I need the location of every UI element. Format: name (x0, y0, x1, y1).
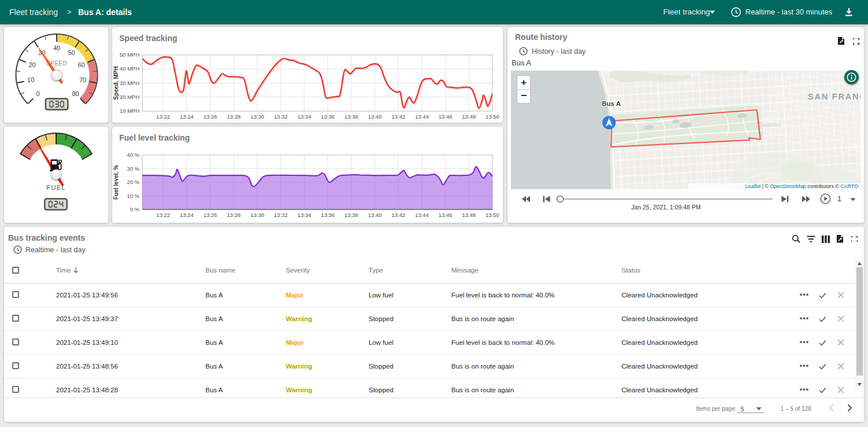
svg-text:13:22: 13:22 (156, 113, 170, 120)
svg-text:40 MPH: 40 MPH (120, 65, 139, 72)
svg-text:60: 60 (78, 61, 84, 68)
svg-text:0: 0 (36, 90, 39, 97)
svg-text:30 MPH: 30 MPH (120, 80, 139, 86)
svg-text:50 MPH: 50 MPH (120, 51, 139, 58)
svg-text:13:30: 13:30 (251, 212, 264, 218)
svg-text:13:28: 13:28 (227, 212, 241, 218)
svg-text:70: 70 (79, 76, 86, 83)
svg-text:13:46: 13:46 (439, 113, 453, 120)
svg-text:30 %: 30 % (127, 165, 139, 172)
svg-text:10: 10 (27, 76, 34, 83)
svg-text:13:28: 13:28 (227, 113, 241, 120)
svg-text:13:42: 13:42 (392, 212, 406, 218)
svg-text:13:48: 13:48 (462, 212, 476, 218)
svg-text:20 MPH: 20 MPH (120, 94, 139, 100)
svg-text:13:40: 13:40 (368, 113, 382, 120)
svg-text:Speed, MPH: Speed, MPH (113, 67, 119, 100)
svg-text:13:40: 13:40 (368, 212, 382, 218)
svg-text:80: 80 (72, 90, 79, 97)
svg-text:13:24: 13:24 (180, 113, 194, 120)
svg-text:Fuel level, %: Fuel level, % (113, 165, 119, 200)
svg-text:13:22: 13:22 (156, 212, 170, 218)
svg-text:13:26: 13:26 (203, 113, 217, 120)
svg-text:20: 20 (28, 61, 35, 68)
svg-text:13:38: 13:38 (344, 212, 358, 218)
svg-text:13:38: 13:38 (344, 113, 358, 120)
svg-text:13:32: 13:32 (274, 113, 288, 120)
svg-text:13:48: 13:48 (462, 113, 476, 120)
svg-text:Leaflet | © OpenStreetMap cont: Leaflet | © OpenStreetMap contributors ©… (745, 183, 858, 189)
svg-text:SAN FRANC: SAN FRANC (808, 92, 860, 101)
svg-text:13:46: 13:46 (439, 212, 453, 218)
svg-text:13:44: 13:44 (415, 212, 429, 218)
svg-text:13:36: 13:36 (321, 113, 335, 120)
svg-text:40: 40 (53, 45, 60, 51)
svg-text:FUEL: FUEL (46, 184, 65, 191)
svg-text:13:26: 13:26 (203, 212, 217, 218)
svg-text:13:34: 13:34 (297, 113, 311, 120)
svg-text:13:36: 13:36 (321, 212, 335, 218)
svg-text:20 %: 20 % (127, 179, 139, 185)
svg-text:13:44: 13:44 (415, 113, 429, 120)
svg-text:0 %: 0 % (130, 206, 140, 212)
svg-text:50: 50 (68, 49, 75, 56)
svg-text:13:24: 13:24 (180, 212, 194, 218)
svg-text:13:42: 13:42 (392, 113, 406, 120)
svg-text:13:50: 13:50 (486, 113, 499, 120)
svg-text:13:34: 13:34 (297, 212, 311, 218)
svg-text:13:50: 13:50 (486, 212, 499, 218)
svg-text:10 MPH: 10 MPH (120, 108, 139, 114)
svg-text:10 %: 10 % (127, 193, 139, 199)
svg-text:Bus A: Bus A (602, 100, 621, 107)
svg-text:13:30: 13:30 (251, 113, 264, 120)
svg-text:13:32: 13:32 (274, 212, 288, 218)
svg-text:40 %: 40 % (127, 152, 139, 158)
